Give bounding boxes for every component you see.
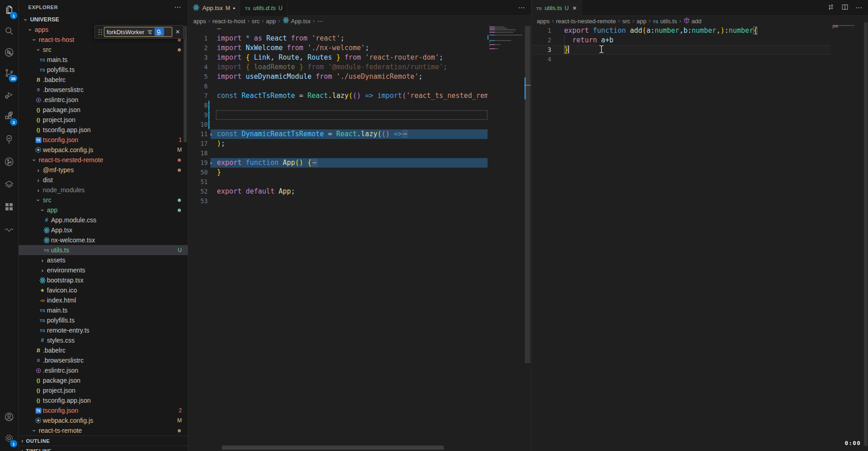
tree-item-nodemodules[interactable]: ›node_modules (19, 185, 188, 195)
compare-editor-icon[interactable] (827, 3, 835, 13)
split-editor-icon[interactable] (841, 3, 849, 13)
tree-item-src[interactable]: ›src (19, 45, 188, 55)
settings-icon[interactable]: 1 (0, 428, 18, 448)
tree-item-remote-entry.ts[interactable]: TSremote-entry.ts (19, 325, 188, 335)
tree-item-webpack.config.js[interactable]: webpack.config.jsM (19, 415, 188, 425)
breadcrumb: apps›react-ts-nested-remote›src›app›TSut… (532, 16, 868, 26)
code-area[interactable]: ⋯1import * as React from 'react';2import… (188, 24, 531, 206)
circle-branch-activity-icon[interactable] (0, 152, 18, 172)
tree-item-styles.css[interactable]: #styles.css (19, 335, 188, 345)
breadcrumb-item[interactable]: apps (193, 18, 206, 25)
tree-item-assets[interactable]: ›assets (19, 255, 188, 265)
tree-item-.browserslistrc[interactable]: ≡.browserslistrc (19, 355, 188, 365)
tree-item-App.tsx[interactable]: App.tsx (19, 225, 188, 235)
fuzzy-match-toggle[interactable] (154, 28, 164, 36)
layers-activity-icon[interactable] (0, 174, 18, 195)
source-control-activity-icon[interactable]: 38 (0, 63, 18, 83)
tab-close-icon[interactable]: ✕ (572, 5, 577, 11)
account-icon[interactable] (0, 407, 18, 427)
tree-activity-icon[interactable] (0, 129, 18, 149)
fold-chevron-icon[interactable]: › (209, 129, 213, 139)
tree-item-.eslintrc.json[interactable]: .eslintrc.json (19, 365, 188, 375)
tree-item-.babelrc[interactable]: B.babelrc (19, 75, 188, 85)
tree-item-label: .babelrc (43, 347, 66, 354)
editor-more-actions-button[interactable]: ⋯ (855, 4, 863, 12)
search-activity-icon[interactable] (0, 21, 18, 41)
vscode-window: 13831 EXPLORER ⋯ › UNIVERSE ›apps›react-… (0, 0, 868, 451)
squiggle-activity-icon[interactable] (0, 219, 18, 239)
tree-item-.babelrc[interactable]: B.babelrc (19, 345, 188, 355)
minimap-line (489, 48, 498, 49)
tree-item-project.json[interactable]: {}project.json (19, 115, 188, 125)
breadcrumb-item-label: App.tsx (291, 18, 311, 25)
breadcrumb-item[interactable]: TSutils.ts (653, 18, 677, 25)
tree-find-input[interactable] (104, 29, 146, 36)
chevron-down-icon: › (36, 46, 41, 53)
tree-item-bootstrap.tsx[interactable]: bootstrap.tsx (19, 275, 188, 285)
editor-scrollbar[interactable] (525, 26, 530, 363)
extensions-activity-icon[interactable]: 3 (0, 107, 18, 127)
breadcrumb-item[interactable]: app (637, 18, 647, 25)
tree-item-tsconfig.json[interactable]: TStsconfig.json1 (19, 135, 188, 145)
explorer-more-actions-button[interactable]: ⋯ (174, 3, 181, 11)
tree-item-tsconfig.app.json[interactable]: {}tsconfig.app.json (19, 125, 188, 135)
filter-icon[interactable] (146, 28, 154, 36)
tree-item-react-ts-nested-remote[interactable]: ›react-ts-nested-remote (19, 155, 188, 165)
tab-utils.ts[interactable]: TSutils.tsU✕ (532, 0, 582, 16)
tree-item-main.ts[interactable]: TSmain.ts (19, 305, 188, 315)
tree-item-.eslintrc.json[interactable]: .eslintrc.json (19, 95, 188, 105)
tree-item-src[interactable]: ›src (19, 195, 188, 205)
breadcrumb-item[interactable]: apps (537, 18, 550, 25)
tree-item-package.json[interactable]: {}package.json (19, 105, 188, 115)
code-area[interactable]: 1export function add(a:number,b:number,)… (532, 26, 868, 64)
tree-item-polyfills.ts[interactable]: TSpolyfills.ts (19, 65, 188, 75)
fold-chevron-icon[interactable]: › (209, 158, 213, 168)
tree-item-index.html[interactable]: <>index.html (19, 295, 188, 305)
list-icon: ≡ (36, 357, 40, 364)
breadcrumb-item[interactable]: react-ts-nested-remote (556, 18, 616, 25)
tree-item-@mf-types[interactable]: ›@mf-types (19, 165, 188, 175)
tree-item-main.ts[interactable]: TSmain.ts (19, 55, 188, 65)
tab-App.tsx[interactable]: App.tsxM● (188, 0, 240, 16)
find-close-button[interactable]: ✕ (174, 29, 181, 35)
tree-item-environments[interactable]: ›environments (19, 265, 188, 275)
tree-item-utils.ts[interactable]: TSutils.tsU (19, 245, 188, 255)
editor-scrollbar[interactable] (864, 22, 868, 446)
tree-item-modified-dot (178, 429, 181, 432)
breadcrumb-item[interactable]: react-ts-host (212, 18, 245, 25)
breadcrumb-item[interactable]: app (266, 18, 276, 25)
tree-item-.browserslistrc[interactable]: ≡.browserslistrc (19, 85, 188, 95)
breadcrumb-item[interactable]: add (683, 17, 702, 25)
breadcrumb-item[interactable]: ⋯ (317, 18, 323, 25)
tree-item-nx-welcome.tsx[interactable]: nx-welcome.tsx (19, 235, 188, 245)
tab-utils.d.ts[interactable]: TSutils.d.tsU (240, 0, 287, 16)
minimap[interactable] (488, 24, 524, 161)
find-widget-grip[interactable] (98, 28, 103, 36)
minimap[interactable] (831, 24, 863, 161)
tree-item-favicon.ico[interactable]: ★favicon.ico (19, 285, 188, 295)
tree-item-tsconfig.app.json[interactable]: {}tsconfig.app.json (19, 395, 188, 405)
chevron-down-icon: › (31, 36, 37, 43)
grid-activity-icon[interactable] (0, 197, 18, 217)
run-debug-activity-icon[interactable] (0, 85, 18, 105)
timeline-section-header[interactable]: › TIMELINE (19, 446, 188, 451)
explorer-activity-icon[interactable]: 1 (0, 0, 18, 20)
tree-item-webpack.config.js[interactable]: webpack.config.jsM (19, 145, 188, 155)
tree-item-polyfills.ts[interactable]: TSpolyfills.ts (19, 315, 188, 325)
tree-item-dist[interactable]: ›dist (19, 175, 188, 185)
tree-item-tsconfig.json[interactable]: TStsconfig.json2 (19, 405, 188, 415)
circle-cursor-activity-icon[interactable] (0, 42, 18, 62)
babel-icon: B (36, 347, 40, 354)
workspace-root-row[interactable]: › UNIVERSE (19, 15, 188, 25)
tree-item-package.json[interactable]: {}package.json (19, 375, 188, 385)
tree-item-App.module.css[interactable]: #App.module.css (19, 215, 188, 225)
breadcrumb-item[interactable]: src (622, 18, 630, 25)
tree-item-project.json[interactable]: {}project.json (19, 385, 188, 395)
editor-more-actions-button[interactable]: ⋯ (518, 4, 525, 12)
sidebar-scrollbar[interactable] (184, 26, 187, 142)
horizontal-scrollbar[interactable] (222, 446, 444, 450)
tree-item-react-ts-remote[interactable]: ›react-ts-remote (19, 425, 188, 436)
outline-section-header[interactable]: › OUTLINE (19, 436, 188, 446)
breadcrumb-item[interactable]: src (252, 18, 259, 25)
tree-item-app[interactable]: ›app (19, 205, 188, 215)
